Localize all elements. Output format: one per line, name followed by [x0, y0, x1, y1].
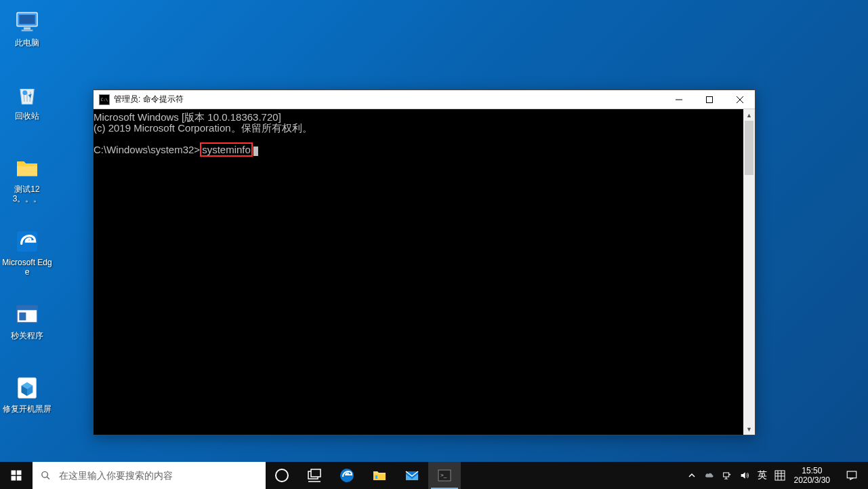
- desktop-icon-edge[interactable]: Microsoft Edge: [2, 228, 52, 277]
- desktop-icon-repair-boot[interactable]: 修复开机黑屏: [2, 374, 52, 414]
- desktop-icon-folder-test[interactable]: 测试123。。。: [2, 155, 52, 203]
- desktop-icon-label: 修复开机黑屏: [2, 404, 52, 414]
- cmd-window: 管理员: 命令提示符 Microsoft Windows [版本 10.0.18…: [93, 90, 756, 435]
- titlebar[interactable]: 管理员: 命令提示符: [94, 90, 755, 109]
- terminal-command-highlighted: systeminfo: [200, 142, 253, 157]
- svg-rect-3: [22, 30, 33, 32]
- taskbar-clock[interactable]: 15:50 2020/3/30: [789, 462, 835, 489]
- svg-rect-8: [19, 313, 26, 321]
- taskbar-app-cmd[interactable]: >_: [428, 462, 461, 489]
- terminal-prompt: C:\Windows\system32>: [94, 144, 200, 155]
- svg-rect-25: [373, 474, 386, 480]
- monitor-icon: [14, 8, 41, 35]
- svg-point-4: [22, 90, 27, 95]
- taskbar-app-edge[interactable]: [331, 462, 363, 489]
- vertical-scrollbar[interactable]: ▲ ▼: [743, 109, 755, 435]
- maximize-button[interactable]: [694, 90, 724, 109]
- taskbar-search[interactable]: [33, 462, 266, 489]
- scroll-thumb[interactable]: [745, 121, 753, 175]
- tray-ime-indicator[interactable]: 英: [756, 462, 768, 489]
- svg-rect-15: [17, 471, 22, 475]
- svg-rect-38: [847, 471, 856, 478]
- svg-rect-11: [706, 96, 712, 102]
- desktop-icon-label: 秒关程序: [2, 331, 52, 340]
- svg-rect-2: [24, 27, 30, 29]
- svg-rect-31: [725, 477, 727, 478]
- system-tray: 英: [683, 462, 789, 489]
- svg-rect-7: [17, 306, 37, 311]
- svg-line-19: [47, 477, 49, 480]
- search-input[interactable]: [59, 470, 257, 481]
- svg-rect-1: [19, 15, 35, 24]
- close-button[interactable]: [724, 90, 755, 109]
- desktop-icon-this-pc[interactable]: 此电脑: [2, 8, 52, 47]
- cube-app-icon: [14, 374, 41, 402]
- desktop-icon-shutdown-app[interactable]: 秒关程序: [2, 301, 52, 340]
- desktop-icon-label: 测试123。。。: [2, 184, 52, 203]
- task-view-button[interactable]: [298, 462, 331, 489]
- desktop-icon-label: 此电脑: [2, 38, 52, 47]
- svg-text:>_: >_: [440, 472, 447, 478]
- desktop-icon-label: 回收站: [2, 111, 52, 121]
- tray-onedrive-icon[interactable]: [703, 462, 716, 489]
- tray-ime-options-icon[interactable]: [774, 462, 786, 489]
- svg-rect-26: [375, 475, 377, 479]
- clock-date: 2020/3/30: [794, 475, 830, 485]
- minimize-button[interactable]: [663, 90, 694, 109]
- scroll-down-arrow[interactable]: ▼: [743, 423, 755, 435]
- svg-point-18: [42, 471, 48, 477]
- taskbar: >_ 英 15:50 2020/3/30: [0, 462, 868, 489]
- scroll-up-arrow[interactable]: ▲: [743, 109, 755, 121]
- taskbar-app-explorer[interactable]: [363, 462, 396, 489]
- svg-rect-30: [723, 473, 728, 477]
- cmd-icon: [99, 94, 110, 105]
- terminal-output[interactable]: Microsoft Windows [版本 10.0.18363.720] (c…: [94, 109, 743, 435]
- tray-volume-icon[interactable]: [739, 462, 751, 489]
- desktop-icon-label: Microsoft Edge: [2, 258, 52, 277]
- start-button[interactable]: [0, 462, 33, 489]
- clock-time: 15:50: [802, 466, 822, 475]
- cortana-button[interactable]: [266, 462, 298, 489]
- window-title: 管理员: 命令提示符: [114, 94, 663, 105]
- terminal-line: Microsoft Windows [版本 10.0.18363.720]: [94, 111, 281, 123]
- desktop-icon-recycle-bin[interactable]: 回收站: [2, 81, 52, 121]
- svg-rect-33: [775, 471, 785, 480]
- recycle-bin-icon: [14, 81, 41, 109]
- svg-rect-17: [17, 476, 22, 481]
- terminal-line: (c) 2019 Microsoft Corporation。保留所有权利。: [94, 122, 312, 134]
- tray-chevron-icon[interactable]: [686, 462, 698, 489]
- folder-icon: [14, 155, 41, 182]
- tray-network-icon[interactable]: [721, 462, 733, 489]
- app-window-icon: [14, 301, 41, 328]
- search-icon: [41, 470, 51, 481]
- svg-rect-14: [12, 471, 16, 475]
- svg-point-20: [276, 469, 288, 482]
- edge-icon: [14, 228, 41, 255]
- action-center-button[interactable]: [835, 462, 868, 489]
- svg-rect-22: [311, 469, 321, 477]
- terminal-cursor: [253, 146, 258, 156]
- taskbar-app-mail[interactable]: [396, 462, 428, 489]
- svg-rect-16: [12, 476, 16, 481]
